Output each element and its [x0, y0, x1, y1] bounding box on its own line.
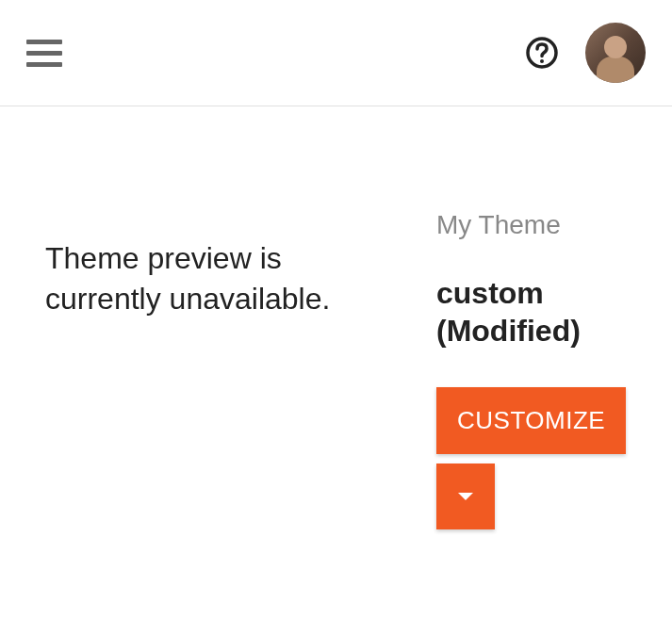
button-group: CUSTOMIZE — [436, 387, 634, 529]
svg-point-1 — [540, 59, 544, 63]
preview-section: Theme preview is currently unavailable. — [45, 238, 380, 529]
menu-icon[interactable] — [26, 40, 62, 67]
customize-button[interactable]: CUSTOMIZE — [436, 387, 626, 454]
theme-name: custom (Modified) — [436, 274, 634, 350]
user-avatar[interactable] — [585, 23, 646, 83]
header-left — [26, 40, 62, 67]
content: Theme preview is currently unavailable. … — [0, 106, 672, 529]
theme-section: My Theme custom (Modified) CUSTOMIZE — [436, 238, 634, 529]
header — [0, 0, 672, 106]
help-icon[interactable] — [525, 36, 559, 70]
theme-section-label: My Theme — [436, 210, 634, 240]
preview-unavailable-text: Theme preview is currently unavailable. — [45, 238, 380, 319]
header-right — [525, 23, 646, 83]
caret-down-icon — [456, 491, 475, 502]
theme-options-dropdown-button[interactable] — [436, 464, 495, 529]
